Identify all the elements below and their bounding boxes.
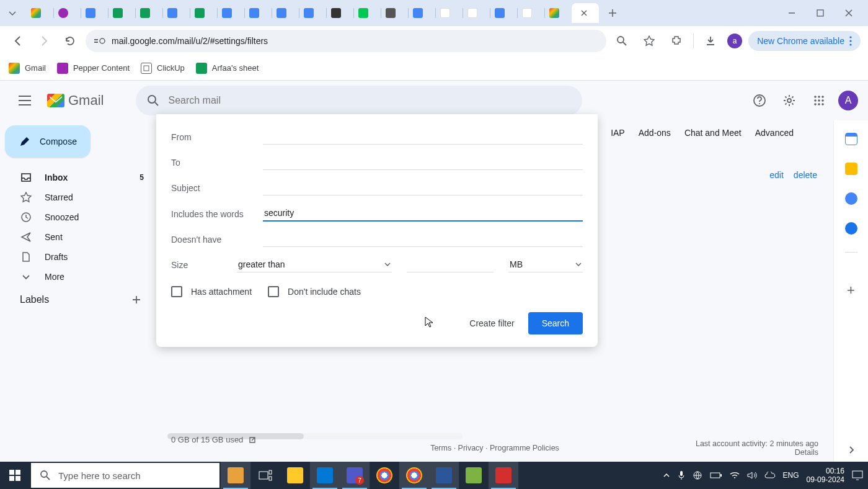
tray-volume-icon[interactable]	[747, 471, 757, 480]
contacts-icon[interactable]	[845, 222, 857, 235]
settings-gear-icon[interactable]	[779, 90, 800, 111]
taskbar-task-view[interactable]	[250, 462, 280, 489]
browser-tab[interactable]	[135, 3, 162, 23]
browser-tab[interactable]	[272, 3, 299, 23]
dont-include-chats-checkbox[interactable]: Don't include chats	[268, 286, 361, 297]
site-info-icon[interactable]	[94, 37, 105, 45]
downloads-icon[interactable]	[700, 30, 721, 52]
chrome-update-pill[interactable]: New Chrome available	[748, 31, 861, 51]
account-avatar[interactable]: A	[838, 91, 858, 110]
taskbar-teams[interactable]: 7	[340, 462, 370, 489]
browser-tab[interactable]	[435, 3, 463, 23]
close-tab-icon[interactable]	[580, 9, 588, 17]
create-filter-button[interactable]: Create filter	[469, 318, 514, 328]
taskbar-outlook[interactable]	[310, 462, 340, 489]
tasks-icon[interactable]	[845, 192, 857, 205]
browser-tab[interactable]	[108, 3, 135, 23]
bookmark-star-icon[interactable]	[639, 30, 660, 52]
maximize-button[interactable]	[806, 3, 835, 23]
chrome-profile-avatar[interactable]: a	[727, 34, 742, 48]
new-tab-button[interactable]	[604, 4, 621, 22]
filter-doesnt-have-input[interactable]	[263, 231, 583, 247]
browser-tab[interactable]	[490, 3, 517, 23]
taskbar-word[interactable]	[429, 462, 459, 489]
tray-globe-icon[interactable]	[693, 470, 702, 480]
nav-snoozed[interactable]: Snoozed	[5, 207, 154, 227]
tray-notifications-icon[interactable]	[852, 470, 863, 480]
taskbar-app-green[interactable]	[459, 462, 489, 489]
kebab-menu-icon[interactable]	[849, 36, 852, 46]
tab-search-icon[interactable]	[5, 6, 20, 20]
taskbar-chrome[interactable]	[370, 462, 399, 489]
filter-subject-input[interactable]	[263, 180, 583, 195]
tab-addons[interactable]: Add-ons	[639, 128, 671, 138]
browser-tab[interactable]	[463, 3, 490, 23]
nav-inbox[interactable]: Inbox 5	[5, 168, 154, 187]
close-window-button[interactable]	[835, 3, 863, 23]
browser-tab[interactable]	[81, 3, 108, 23]
keep-icon[interactable]	[845, 163, 857, 175]
filter-from-input[interactable]	[263, 129, 583, 145]
zoom-icon[interactable]	[611, 30, 632, 52]
policies-link[interactable]: Programme Policies	[490, 444, 559, 452]
details-link[interactable]: Details	[696, 448, 818, 457]
add-label-icon[interactable]	[131, 295, 141, 305]
tab-advanced[interactable]: Advanced	[755, 128, 794, 138]
tray-language[interactable]: ENG	[783, 471, 799, 480]
search-mail-bar[interactable]	[136, 86, 582, 115]
browser-tab[interactable]	[53, 3, 81, 23]
taskbar-search[interactable]: Type here to search	[31, 463, 219, 488]
get-addons-icon[interactable]: +	[847, 282, 855, 298]
tray-battery-icon[interactable]	[710, 472, 722, 479]
taskbar-explorer[interactable]	[280, 462, 310, 489]
reload-button[interactable]	[60, 30, 81, 52]
nav-starred[interactable]: Starred	[5, 187, 154, 207]
search-button[interactable]: Search	[528, 312, 583, 334]
privacy-link[interactable]: Privacy	[458, 444, 484, 452]
bookmark-gmail[interactable]: Gmail	[9, 63, 46, 74]
tray-mic-icon[interactable]	[678, 470, 685, 480]
main-menu-icon[interactable]	[10, 95, 40, 106]
address-bar[interactable]: mail.google.com/mail/u/2/#settings/filte…	[86, 30, 606, 52]
browser-tab[interactable]	[353, 3, 381, 23]
browser-tab[interactable]	[517, 3, 544, 23]
search-mail-input[interactable]	[168, 95, 571, 106]
gmail-logo[interactable]: Gmail	[47, 92, 104, 109]
browser-tab-active[interactable]	[572, 3, 599, 23]
filter-delete-link[interactable]: delete	[794, 170, 817, 180]
filter-includes-input[interactable]	[263, 205, 583, 222]
nav-drafts[interactable]: Drafts	[5, 247, 154, 267]
terms-link[interactable]: Terms	[430, 444, 451, 452]
tray-overflow-icon[interactable]	[663, 472, 670, 479]
tray-onedrive-icon[interactable]	[764, 472, 776, 479]
filter-size-value-input[interactable]	[407, 257, 494, 272]
browser-tab[interactable]	[408, 3, 435, 23]
browser-tab[interactable]	[26, 3, 53, 23]
has-attachment-checkbox[interactable]: Has attachment	[171, 286, 252, 297]
browser-tab[interactable]	[190, 3, 217, 23]
browser-tab[interactable]	[244, 3, 272, 23]
bookmark-arfaa[interactable]: Arfaa's sheet	[196, 63, 259, 74]
filter-size-unit-select[interactable]: MB	[508, 257, 583, 272]
filter-size-operator-select[interactable]: greater than	[237, 257, 392, 272]
tray-wifi-icon[interactable]	[730, 471, 740, 480]
tab-imap[interactable]: IAP	[611, 128, 625, 138]
taskbar-briefcase[interactable]	[221, 462, 250, 489]
bookmark-clickup[interactable]: ClickUp	[141, 63, 185, 74]
browser-tab[interactable]	[544, 3, 572, 23]
start-button[interactable]	[0, 462, 30, 489]
browser-tab[interactable]	[381, 3, 408, 23]
compose-button[interactable]: Compose	[5, 125, 91, 158]
bookmark-pepper[interactable]: Pepper Content	[57, 63, 130, 74]
nav-sent[interactable]: Sent	[5, 227, 154, 247]
filter-edit-link[interactable]: edit	[769, 170, 784, 180]
minimize-button[interactable]	[777, 3, 806, 23]
browser-tab[interactable]	[217, 3, 244, 23]
hide-panel-icon[interactable]	[847, 446, 856, 454]
extensions-icon[interactable]	[666, 30, 687, 52]
taskbar-app-red[interactable]	[489, 462, 518, 489]
tab-chat-meet[interactable]: Chat and Meet	[684, 128, 742, 138]
nav-more[interactable]: More	[5, 267, 154, 287]
google-apps-icon[interactable]	[808, 90, 830, 111]
back-button[interactable]	[7, 30, 29, 52]
